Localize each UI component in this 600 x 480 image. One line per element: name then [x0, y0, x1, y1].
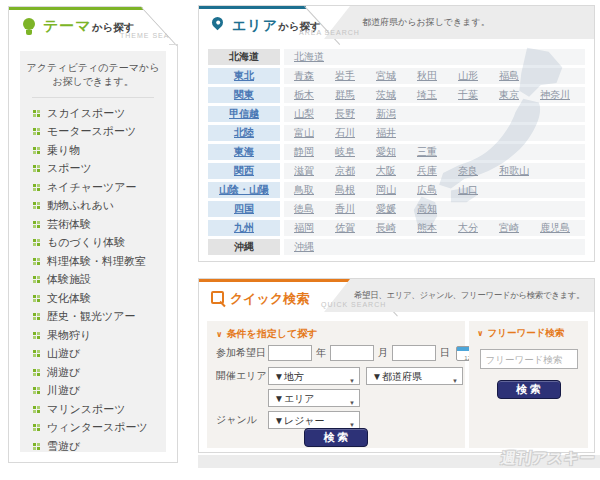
theme-list-item[interactable]: 芸術体験: [33, 215, 166, 234]
theme-list-item[interactable]: 料理体験・料理教室: [33, 252, 166, 271]
month-input[interactable]: [330, 345, 374, 361]
prefecture-link[interactable]: 静岡: [294, 145, 335, 159]
freeword-search-button[interactable]: 検 索: [497, 380, 561, 399]
prefecture-link[interactable]: 秋田: [417, 69, 458, 83]
prefecture-link[interactable]: 青森: [294, 69, 335, 83]
prefecture-link[interactable]: 宮崎: [499, 221, 540, 235]
prefecture-link[interactable]: 新潟: [376, 107, 417, 121]
prefecture-link[interactable]: 熊本: [417, 221, 458, 235]
theme-list-item[interactable]: 雪遊び: [33, 437, 166, 456]
area-region-row: 北陸富山石川福井: [208, 125, 585, 141]
prefecture-link[interactable]: 兵庫: [417, 164, 458, 178]
area-title-en: AREA SEARCH: [299, 29, 360, 36]
prefecture-link[interactable]: 愛知: [376, 145, 417, 159]
freeword-search-box: ∨ フリーワード検索 検 索: [469, 321, 588, 448]
area-select-value: ▼エリア: [274, 393, 315, 404]
prefecture-link[interactable]: 宮城: [376, 69, 417, 83]
theme-list-item[interactable]: モータースポーツ: [33, 123, 166, 142]
grid-bullet-icon: [33, 276, 40, 283]
theme-list-item[interactable]: 川遊び: [33, 382, 166, 401]
theme-list-item[interactable]: 動物ふれあい: [33, 197, 166, 216]
prefecture-link[interactable]: 岐阜: [335, 145, 376, 159]
theme-list-item[interactable]: 歴史・観光ツアー: [33, 308, 166, 327]
prefecture-link[interactable]: 和歌山: [499, 164, 540, 178]
prefecture-link[interactable]: 滋賀: [294, 164, 335, 178]
prefecture-link[interactable]: 神奈川: [540, 88, 581, 102]
region-label[interactable]: 東海: [208, 144, 280, 160]
region-label[interactable]: 関東: [208, 87, 280, 103]
region-label[interactable]: 関西: [208, 163, 280, 179]
theme-list-item[interactable]: マリンスポーツ: [33, 400, 166, 419]
prefecture-link[interactable]: 奈良: [458, 164, 499, 178]
theme-list-item[interactable]: 文化体験: [33, 289, 166, 308]
prefecture-select[interactable]: ▼都道府県▼: [366, 367, 463, 385]
region-label[interactable]: 山陰・山陽: [208, 182, 280, 198]
theme-list-item[interactable]: 体験施設: [33, 271, 166, 290]
prefecture-link[interactable]: 千葉: [458, 88, 499, 102]
region-label[interactable]: 北陸: [208, 125, 280, 141]
prefecture-link[interactable]: 高知: [417, 202, 458, 216]
year-input[interactable]: [268, 345, 312, 361]
theme-title-main: テーマ: [43, 17, 92, 34]
prefecture-link[interactable]: 島根: [335, 183, 376, 197]
prefecture-link[interactable]: 愛媛: [376, 202, 417, 216]
prefecture-link[interactable]: 福岡: [294, 221, 335, 235]
prefecture-link[interactable]: 群馬: [335, 88, 376, 102]
theme-list-item[interactable]: 乗り物: [33, 141, 166, 160]
prefecture-link[interactable]: 広島: [417, 183, 458, 197]
condition-search-button[interactable]: 検 索: [304, 428, 368, 447]
prefecture-link[interactable]: 埼玉: [417, 88, 458, 102]
prefecture-link[interactable]: 東京: [499, 88, 540, 102]
prefecture-link[interactable]: 栃木: [294, 88, 335, 102]
prefecture-link[interactable]: 鳥取: [294, 183, 335, 197]
prefecture-link[interactable]: 沖縄: [294, 240, 335, 254]
theme-list-item[interactable]: 果物狩り: [33, 326, 166, 345]
region-select[interactable]: ▼地方▼: [268, 367, 360, 385]
theme-list-item[interactable]: ネイチャーツアー: [33, 178, 166, 197]
freeword-input[interactable]: [480, 349, 578, 369]
prefecture-link[interactable]: 北海道: [294, 50, 335, 64]
day-input[interactable]: [392, 345, 436, 361]
year-unit-label: 年: [316, 346, 326, 360]
prefecture-link[interactable]: 長野: [335, 107, 376, 121]
region-label[interactable]: 九州: [208, 220, 280, 236]
prefecture-link[interactable]: 福井: [376, 126, 417, 140]
prefecture-link[interactable]: 徳島: [294, 202, 335, 216]
genre-select-value: ▼レジャー: [274, 415, 325, 426]
theme-list-item[interactable]: スポーツ: [33, 160, 166, 179]
area-select[interactable]: ▼エリア▼: [268, 389, 360, 407]
quick-note-text: 希望日、エリア、ジャンル、フリーワードから検索できます。: [324, 290, 584, 302]
prefecture-link[interactable]: 岡山: [376, 183, 417, 197]
theme-list-item[interactable]: ものづくり体験: [33, 234, 166, 253]
prefecture-link[interactable]: 富山: [294, 126, 335, 140]
theme-item-label: スポーツ: [47, 161, 92, 176]
theme-list-item[interactable]: ウィンタースポーツ: [33, 419, 166, 438]
prefecture-link[interactable]: 大分: [458, 221, 499, 235]
grid-bullet-icon: [33, 110, 40, 117]
prefecture-link[interactable]: 佐賀: [335, 221, 376, 235]
prefecture-link[interactable]: 茨城: [376, 88, 417, 102]
prefecture-link[interactable]: 山口: [458, 183, 499, 197]
prefecture-link[interactable]: 三重: [417, 145, 458, 159]
prefecture-link[interactable]: 鹿児島: [540, 221, 581, 235]
select-arrow-icon: ▼: [452, 373, 458, 389]
prefecture-link[interactable]: 福島: [499, 69, 540, 83]
region-label[interactable]: 四国: [208, 201, 280, 217]
prefecture-link[interactable]: 岩手: [335, 69, 376, 83]
area-select-label: 開催エリア: [216, 369, 268, 383]
grid-bullet-icon: [33, 239, 40, 246]
region-label[interactable]: 甲信越: [208, 106, 280, 122]
prefecture-link[interactable]: 山形: [458, 69, 499, 83]
prefecture-link[interactable]: 石川: [335, 126, 376, 140]
theme-list-item[interactable]: スカイスポーツ: [33, 104, 166, 123]
prefecture-link[interactable]: 京都: [335, 164, 376, 178]
theme-list-item[interactable]: 湖遊び: [33, 363, 166, 382]
prefecture-link[interactable]: 大阪: [376, 164, 417, 178]
prefecture-link[interactable]: 長崎: [376, 221, 417, 235]
prefecture-list: 山梨長野新潟: [284, 106, 585, 122]
region-label[interactable]: 東北: [208, 68, 280, 84]
prefecture-link[interactable]: 香川: [335, 202, 376, 216]
prefecture-link[interactable]: 山梨: [294, 107, 335, 121]
theme-item-label: 乗り物: [47, 143, 80, 158]
theme-list-item[interactable]: 山遊び: [33, 345, 166, 364]
